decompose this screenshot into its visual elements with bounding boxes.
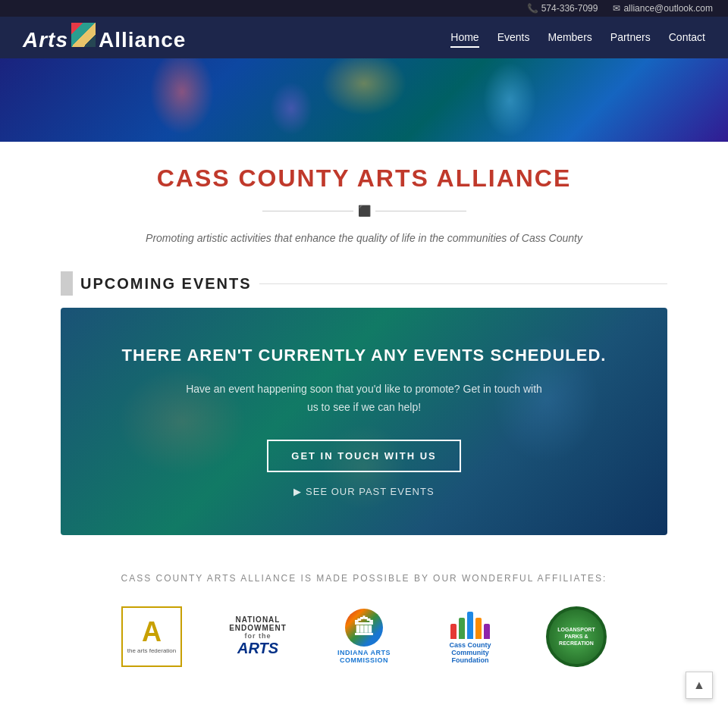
affiliates-section: CASS COUNTY ARTS ALLIANCE IS MADE POSSIB… <box>61 573 667 667</box>
divider-right <box>375 211 466 211</box>
iac-text: INDIANA ARTSCOMMISSION <box>337 649 391 664</box>
section-flag-icon <box>61 271 73 296</box>
affiliate-nea: NATIONAL ENDOWMENT for the ARTS <box>216 606 300 667</box>
subtitle: Promoting artistic activities that enhan… <box>61 232 667 244</box>
affiliates-logos: A the arts federation NATIONAL ENDOWMENT… <box>61 606 667 667</box>
email-link[interactable]: alliance@outlook.com <box>623 3 713 14</box>
email-icon: ✉ <box>613 3 620 14</box>
arts-fed-sub: the arts federation <box>127 647 176 654</box>
nav-partners[interactable]: Partners <box>610 28 651 48</box>
nav-contact[interactable]: Contact <box>669 28 705 48</box>
ccf-logo: Cass CountyCommunityFoundation <box>449 609 491 664</box>
email-info: ✉ alliance@outlook.com <box>613 3 713 14</box>
events-helper-text: Have an event happening soon that you'd … <box>91 380 637 417</box>
hero-fireworks-bg <box>0 58 728 142</box>
nav-home[interactable]: Home <box>450 28 479 48</box>
parks-text: LOGANSPORT PARKS & RECREATION <box>549 623 604 650</box>
ccf-name: Cass CountyCommunityFoundation <box>449 641 491 664</box>
header: ArtsAlliance Home Events Members Partner… <box>0 17 728 58</box>
see-past-events-link[interactable]: ▶ SEE OUR PAST EVENTS <box>91 486 637 497</box>
section-heading-text: UPCOMING EVENTS <box>80 275 252 293</box>
nav-members[interactable]: Members <box>548 28 592 48</box>
ccf-bars <box>450 609 490 639</box>
divider-left <box>262 211 353 211</box>
main-nav: Home Events Members Partners Contact <box>450 28 705 48</box>
affiliates-label: CASS COUNTY ARTS ALLIANCE IS MADE POSSIB… <box>61 573 667 584</box>
logo: ArtsAlliance <box>23 23 186 52</box>
nea-endow: ENDOWMENT <box>229 624 287 632</box>
divider-icon: ⬛ <box>358 205 371 217</box>
parks-logo: LOGANSPORT PARKS & RECREATION <box>546 606 607 667</box>
affiliate-parks: LOGANSPORT PARKS & RECREATION <box>535 606 618 667</box>
affiliate-ccf: Cass CountyCommunityFoundation <box>428 606 512 667</box>
iac-logo: 🏛 INDIANA ARTSCOMMISSION <box>337 609 391 664</box>
page-title: CASS COUNTY ARTS ALLIANCE <box>61 164 667 193</box>
top-bar: 📞 574-336-7099 ✉ alliance@outlook.com <box>0 0 728 17</box>
phone-icon: 📞 <box>527 3 538 14</box>
iac-circle: 🏛 <box>345 609 383 647</box>
no-events-text: THERE AREN'T CURRENTLY ANY EVENTS SCHEDU… <box>91 346 637 365</box>
section-heading: UPCOMING EVENTS <box>61 271 667 296</box>
nea-top-text: NATIONAL <box>236 615 281 624</box>
hero-banner <box>0 58 728 142</box>
arts-fed-letter: A <box>142 618 162 646</box>
nea-arts: ARTS <box>237 640 278 657</box>
section-heading-line <box>259 283 667 284</box>
phone-info: 📞 574-336-7099 <box>527 3 598 14</box>
nav-events[interactable]: Events <box>497 28 530 48</box>
affiliate-arts-federation: A the arts federation <box>110 606 193 667</box>
scroll-top-button[interactable]: ▲ <box>686 672 713 699</box>
get-in-touch-button[interactable]: GET IN TOUCH WITH US <box>267 440 460 472</box>
events-box-content: THERE AREN'T CURRENTLY ANY EVENTS SCHEDU… <box>91 346 637 497</box>
phone-number: 574-336-7099 <box>541 3 598 14</box>
events-box: THERE AREN'T CURRENTLY ANY EVENTS SCHEDU… <box>61 308 667 535</box>
affiliate-iac: 🏛 INDIANA ARTSCOMMISSION <box>322 606 406 667</box>
nea-logo: NATIONAL ENDOWMENT for the ARTS <box>229 615 287 657</box>
main-content: CASS COUNTY ARTS ALLIANCE ⬛ Promoting ar… <box>46 142 682 714</box>
logo-icon <box>71 23 96 47</box>
title-divider: ⬛ <box>61 205 667 217</box>
logo-arts: Arts <box>23 28 68 52</box>
arts-fed-logo: A the arts federation <box>121 606 182 667</box>
logo-text: ArtsAlliance <box>23 23 186 52</box>
logo-alliance: Alliance <box>99 28 186 52</box>
